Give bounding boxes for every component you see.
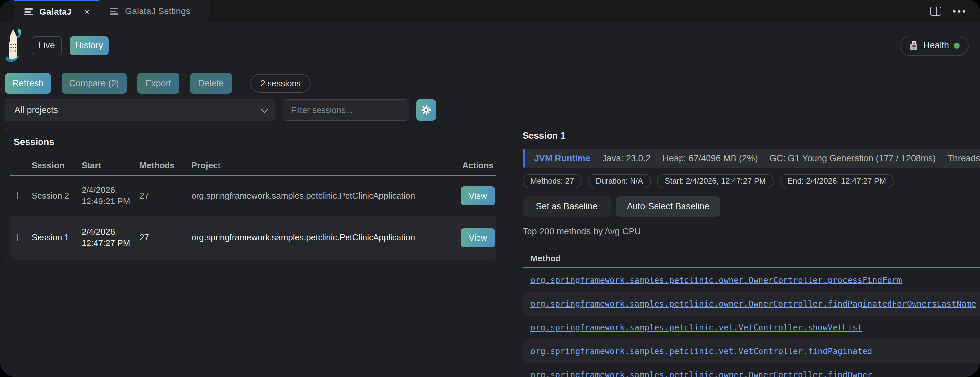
row-checkbox[interactable]: [17, 192, 18, 199]
gear-icon: [421, 105, 431, 115]
delete-button[interactable]: Delete: [190, 73, 232, 94]
sessions-panel-title: Sessions: [14, 137, 496, 147]
session-name: Session 1: [32, 232, 82, 243]
view-button[interactable]: View: [461, 186, 495, 206]
health-status-dot: [954, 43, 959, 49]
row-checkbox[interactable]: [17, 234, 18, 241]
health-badge[interactable]: Health: [900, 35, 969, 56]
jvm-runtime-bar: JVM Runtime Java: 23.0.2 Heap: 67/4096 M…: [523, 149, 980, 168]
session-project: org.springframework.samples.petclinic.Pe…: [191, 190, 456, 201]
method-link[interactable]: org.springframework.samples.petclinic.ow…: [530, 299, 976, 308]
session-start: 2/4/2026, 12:47:27 PM: [82, 227, 140, 249]
jvm-runtime-tab[interactable]: JVM Runtime: [534, 153, 590, 164]
sessions-table: Session Start Methods Project Actions Se…: [10, 156, 496, 260]
col-actions: Actions: [456, 160, 496, 171]
health-label: Health: [923, 40, 949, 51]
sessions-table-header: Session Start Methods Project Actions: [10, 156, 496, 176]
project-select[interactable]: All projects: [5, 99, 275, 121]
methods-table: Method org.springframework.samples.petcl…: [523, 250, 980, 377]
session-detail-panel: Session 1 JVM Runtime Java: 23.0.2 Heap:…: [523, 130, 980, 377]
tabbar-actions: •••: [930, 0, 980, 22]
sessions-panel: Sessions Session Start Methods Project A…: [5, 128, 501, 264]
method-link[interactable]: org.springframework.samples.petclinic.ow…: [530, 370, 872, 377]
tab-lines-icon: [24, 8, 33, 16]
methods-badge: Methods: 27: [523, 174, 582, 188]
session-start: 2/4/2026, 12:49:21 PM: [82, 185, 140, 207]
session-methods: 27: [140, 190, 191, 201]
history-button[interactable]: History: [70, 36, 108, 55]
tab-galataj[interactable]: GalataJ ×: [14, 0, 99, 22]
refresh-button[interactable]: Refresh: [5, 73, 51, 94]
baseline-actions: Set as Baseline Auto-Select Baseline: [523, 196, 980, 217]
col-method: Method: [523, 254, 561, 264]
end-badge: End: 2/4/2026, 12:47:27 PM: [780, 174, 894, 188]
compare-button[interactable]: Compare (2): [62, 73, 127, 94]
tab-galataj-settings[interactable]: GalataJ Settings: [99, 0, 209, 22]
set-baseline-button[interactable]: Set as Baseline: [523, 196, 611, 217]
method-link[interactable]: org.springframework.samples.petclinic.ow…: [530, 275, 902, 285]
filter-row: All projects: [5, 99, 436, 121]
jvm-threads: Threads: 27 (peak: 29): [947, 153, 980, 164]
tab-label: GalataJ: [40, 7, 72, 17]
view-button[interactable]: View: [461, 228, 495, 247]
session-count-badge: 2 sessions: [250, 74, 311, 93]
jvm-gc: GC: G1 Young Generation (177 / 1208ms): [770, 153, 935, 164]
method-row: org.springframework.samples.petclinic.ow…: [523, 268, 980, 292]
export-button[interactable]: Export: [137, 73, 179, 94]
project-select-value: All projects: [14, 105, 58, 115]
tab-label: GalataJ Settings: [125, 6, 190, 16]
jvm-heap: Heap: 67/4096 MB (2%): [662, 153, 758, 164]
more-options-icon[interactable]: •••: [952, 6, 967, 16]
start-badge: Start: 2/4/2026, 12:47:27 PM: [657, 174, 774, 188]
col-methods: Methods: [140, 160, 191, 171]
session-name: Session 2: [32, 190, 82, 201]
tab-lines-icon: [110, 8, 118, 15]
method-row: org.springframework.samples.petclinic.ve…: [523, 316, 980, 339]
session-project: org.springframework.samples.petclinic.Pe…: [191, 232, 456, 243]
detail-title: Session 1: [523, 130, 980, 141]
col-project: Project: [191, 160, 456, 171]
session-methods: 27: [140, 232, 191, 243]
settings-gear-button[interactable]: [416, 99, 436, 120]
top-methods-label: Top 200 methods by Avg CPU: [523, 227, 980, 237]
duration-badge: Duration: N/A: [588, 174, 651, 188]
col-session: Session: [32, 160, 82, 171]
filter-sessions-input[interactable]: [283, 99, 409, 120]
col-start: Start: [82, 160, 140, 171]
session-badges: Methods: 27 Duration: N/A Start: 2/4/202…: [523, 174, 980, 188]
app-window: GalataJ × GalataJ Settings •••: [0, 0, 980, 377]
method-link[interactable]: org.springframework.samples.petclinic.ve…: [530, 347, 872, 356]
galata-tower-logo: [3, 27, 23, 64]
table-row-session-2[interactable]: Session 2 2/4/2026, 12:49:21 PM 27 org.s…: [10, 176, 496, 216]
table-row-session-1[interactable]: Session 1 2/4/2026, 12:47:27 PM 27 org.s…: [10, 216, 496, 260]
tab-strip: GalataJ × GalataJ Settings •••: [0, 0, 980, 22]
live-button[interactable]: Live: [32, 36, 62, 55]
chevron-down-icon: [261, 106, 268, 113]
methods-table-header: Method: [523, 250, 980, 268]
close-tab-icon[interactable]: ×: [84, 7, 89, 16]
method-link[interactable]: org.springframework.samples.petclinic.ve…: [530, 323, 862, 332]
auto-select-baseline-button[interactable]: Auto-Select Baseline: [616, 196, 720, 217]
screen: GalataJ × GalataJ Settings •••: [0, 0, 980, 377]
method-row: org.springframework.samples.petclinic.ow…: [523, 292, 980, 316]
jvm-java-version: Java: 23.0.2: [602, 153, 651, 164]
app-header: Live History Health: [0, 22, 980, 69]
method-row: org.springframework.samples.petclinic.ow…: [523, 363, 980, 377]
hospital-icon: [909, 41, 919, 51]
method-row: org.springframework.samples.petclinic.ve…: [523, 339, 980, 363]
split-view-icon[interactable]: [930, 6, 941, 16]
session-toolbar: Refresh Compare (2) Export Delete 2 sess…: [5, 73, 311, 94]
